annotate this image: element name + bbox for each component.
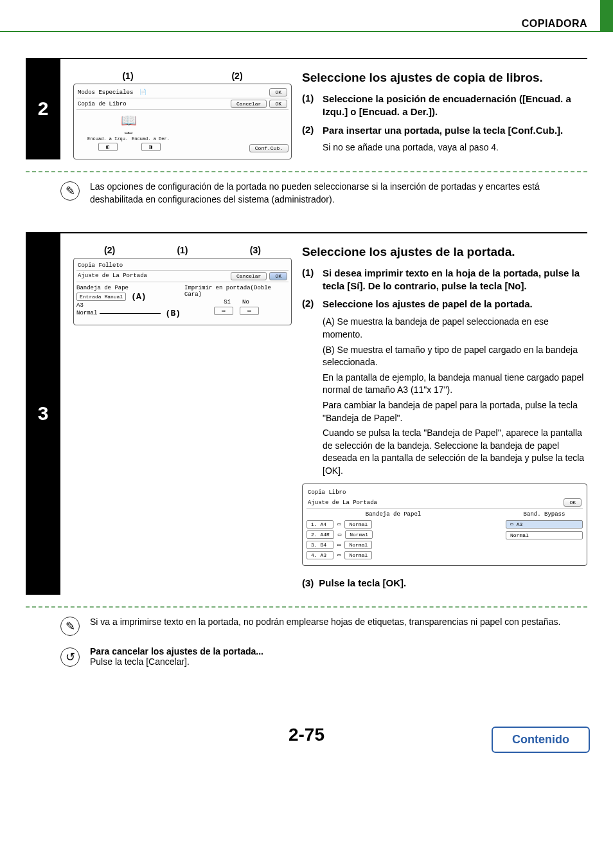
normal-label: Normal [76, 310, 97, 316]
pencil-icon-2: ✎ [60, 617, 80, 636]
ok-btn-panel2[interactable]: OK [564, 498, 582, 507]
step2-item1-num: (1) [302, 93, 323, 104]
step2-footnote: Las opciones de configuración de la port… [90, 180, 587, 206]
crumb-ajuste-portada2: Ajuste de La Portada [308, 500, 377, 506]
crumb-copia-folleto: Copia Folleto [78, 262, 123, 269]
callout-2-1: (1) [122, 71, 133, 81]
tray-header: Bandeja de Papel [306, 511, 480, 518]
confcub-button[interactable]: Conf.Cub. [249, 144, 289, 152]
pencil-icon: ✎ [60, 181, 80, 201]
ok-btn-2[interactable]: OK [269, 100, 287, 108]
callout-2-2: (2) [231, 71, 242, 81]
cancel-text: Pulse la tecla [Cancelar]. [90, 656, 263, 667]
step3-item3-num: (3) [302, 577, 314, 588]
label-b: (B) [166, 309, 181, 318]
tray-row[interactable]: 1. A4▭Normal [306, 520, 480, 529]
ok-btn-3[interactable]: OK [269, 272, 287, 280]
step2-title: Seleccione los ajustes de copia de libro… [302, 71, 587, 85]
crumb-copia-libro: Copia de Libro [78, 101, 127, 107]
step3-ui-panel1: Copia Folleto Ajuste de La Portada Cance… [73, 258, 292, 325]
tray-row[interactable]: 3. B4▭Normal [306, 541, 480, 549]
detail-a: (A) Se muestra la bandeja de papel selec… [323, 316, 587, 341]
step3-item2-text: Seleccione los ajustes de papel de la po… [323, 298, 533, 311]
step3-footnote: Si va a imprimirse texto en la portada, … [90, 615, 560, 628]
tray-row[interactable]: 2. A4R▭Normal [306, 530, 480, 539]
bypass-type: Normal [506, 531, 583, 539]
cancel-title: Para cancelar los ajustes de la portada.… [90, 646, 263, 656]
contenido-button[interactable]: Contenido [492, 727, 590, 753]
step-number-2: 2 [26, 58, 60, 159]
header-title: COPIADORA [522, 18, 587, 30]
bind-left-label: Encuad. a Izqu. [87, 136, 128, 141]
cancel-btn-3[interactable]: Cancelar [231, 272, 267, 280]
step2-item2-num: (2) [302, 124, 323, 135]
crumb-modos: Modos Especiales [78, 89, 133, 96]
si-button[interactable]: ▭ [214, 307, 233, 315]
no-button[interactable]: ▭ [240, 307, 259, 315]
undo-icon: ↺ [60, 647, 80, 667]
callout-3-1: (1) [177, 245, 188, 255]
step3-item1-text: Si desea imprimir texto en la hoja de la… [323, 267, 587, 293]
si-label: Sí [224, 299, 231, 305]
step3-para1: En la pantalla de ejemplo, la bandeja ma… [323, 372, 587, 397]
step2-item1-text: Seleccione la posición de encuadernación… [323, 93, 587, 119]
label-a: (A) [131, 292, 146, 302]
entrada-manual-btn[interactable]: Entrada Manual [76, 293, 126, 301]
tray-row[interactable]: 4. A3▭Normal [306, 551, 480, 559]
bind-right-label: Encuad. a Der. [132, 136, 170, 141]
a3-label: A3 [76, 302, 181, 309]
step3-ui-panel2: Copia Libro Ajuste de La Portada OK Band… [302, 484, 587, 566]
detail-b: (B) Se muestra el tamaño y tipo de papel… [323, 344, 587, 369]
crumb-ajuste-portada: Ajuste de La Portada [78, 273, 147, 279]
step2-item2-text: Para insertar una portada, pulse la tecl… [323, 124, 563, 137]
step3-item2-num: (2) [302, 298, 323, 309]
bind-left-button[interactable]: ◧ [98, 143, 118, 151]
bind-right-button[interactable]: ◨ [141, 143, 161, 151]
step2-ui-panel: Modos Especiales 📄 OK Copia de Libro Can… [73, 84, 292, 159]
no-label: No [242, 299, 249, 305]
step3-title: Seleccione los ajustes de la portada. [302, 245, 587, 259]
step3-para3: Cuando se pulsa la tecla "Bandeja de Pap… [323, 427, 587, 477]
crumb-copia-libro2: Copia Libro [308, 489, 346, 496]
cancel-btn-2[interactable]: Cancelar [231, 100, 267, 108]
step2-subnote: Si no se añade una portada, vaya al paso… [323, 142, 587, 152]
print-cover-label: Imprimir en portada(Doble Cara) [184, 285, 289, 298]
step-number-3: 3 [26, 232, 60, 595]
callout-3-2: (2) [104, 245, 115, 255]
bypass-header: Band. Bypass [506, 511, 583, 518]
step3-item1-num: (1) [302, 267, 323, 278]
tray-label: Bandeja de Pape [76, 285, 181, 291]
callout-3-3: (3) [250, 245, 261, 255]
step3-para2: Para cambiar la bandeja de papel para la… [323, 399, 587, 424]
step3-item3-text: Pulse la tecla [OK]. [319, 577, 406, 588]
bypass-size[interactable]: ▭ A3 [506, 520, 583, 529]
ok-top-btn[interactable]: OK [269, 88, 287, 96]
